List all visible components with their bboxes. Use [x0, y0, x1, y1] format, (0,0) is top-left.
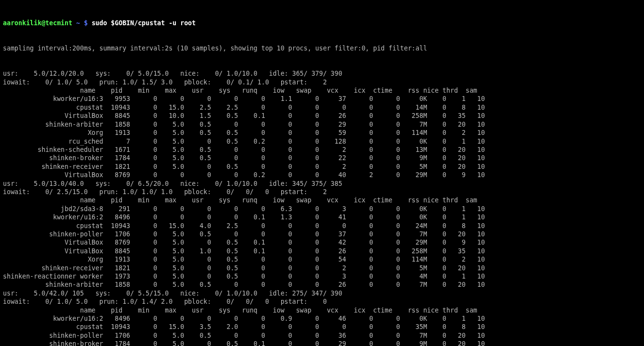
process-row: kworker/u16:2 8496 0 0 0 0 0 0.9 0 46 0 …	[3, 314, 641, 323]
process-row: kworker/u16:2 8496 0 0 0 0 0.1 1.3 0 41 …	[3, 213, 641, 221]
process-row: VirtualBox 8769 0 5.0 0 0.5 0.1 0 0 42 0…	[3, 238, 641, 247]
prompt-user-host: aaronkilik@tecmint	[3, 19, 72, 27]
sampling-info-line: sampling interval:200ms, summary interva…	[3, 44, 641, 52]
process-row: VirtualBox 8845 0 5.0 1.0 0.5 0.1 0 0 26…	[3, 247, 641, 255]
process-row: shinken-reactionner worker 1973 0 5.0 0 …	[3, 272, 641, 280]
process-row: VirtualBox 8769 0 0 0 0 0.2 0 0 40 2 0 2…	[3, 171, 641, 179]
process-row: shinken-broker 1784 0 5.0 0 0.5 0.1 0 0 …	[3, 340, 641, 346]
process-row: shinken-poller 1706 0 5.0 0.5 0 0 0 0 37…	[3, 230, 641, 238]
process-row: kworker/u16:3 9953 0 0 0 0 0 1.1 0 37 0 …	[3, 95, 641, 103]
process-row: VirtualBox 8845 0 10.0 1.5 0.5 0.1 0 0 2…	[3, 112, 641, 120]
cpustat-blocks: usr: 5.0/12.0/20.0 sys: 0/ 5.0/15.0 nice…	[3, 69, 641, 346]
prompt-sep: ~ $	[72, 19, 92, 27]
column-header: name pid min max usr sys runq iow swap v…	[3, 86, 641, 95]
process-row: cpustat 10943 0 15.0 4.0 2.5 0 0 0 0 0 0…	[3, 222, 641, 230]
process-row: shinken-scheduler 1671 0 5.0 0.5 0 0 0 0…	[3, 146, 641, 154]
process-row: shinken-broker 1784 0 5.0 0.5 0 0 0 0 22…	[3, 154, 641, 162]
prompt-command: sudo $GOBIN/cpustat -u root	[92, 19, 196, 27]
summary-line: iowait: 0/ 1.0/ 5.0 prun: 1.0/ 1.4/ 2.0 …	[3, 297, 641, 306]
process-row: cpustat 10943 0 15.0 3.5 2.0 0 0 0 0 0 0…	[3, 323, 641, 331]
summary-line: usr: 5.0/13.0/40.0 sys: 0/ 6.5/20.0 nice…	[3, 180, 641, 188]
process-row: shinken-arbiter 1858 0 5.0 0.5 0 0 0 0 2…	[3, 280, 641, 289]
prompt-line[interactable]: aaronkilik@tecmint ~ $ sudo $GOBIN/cpust…	[3, 19, 641, 27]
process-row: shinken-poller 1706 0 5.0 0.5 0 0 0 0 36…	[3, 331, 641, 340]
process-row: Xorg 1913 0 5.0 0 0.5 0 0 0 54 0 0 114M …	[3, 255, 641, 264]
summary-line: usr: 5.0/42.0/ 105 sys: 0/ 5.5/15.0 nice…	[3, 289, 641, 297]
summary-line: usr: 5.0/12.0/20.0 sys: 0/ 5.0/15.0 nice…	[3, 69, 641, 78]
column-header: name pid min max usr sys runq iow swap v…	[3, 196, 641, 204]
process-row: Xorg 1913 0 5.0 0.5 0.5 0 0 0 59 0 0 114…	[3, 129, 641, 137]
process-row: shinken-receiver 1821 0 5.0 0 0.5 0 0 0 …	[3, 163, 641, 171]
process-row: rcu_sched 7 0 5.0 0 0.5 0.2 0 0 128 0 0 …	[3, 137, 641, 146]
process-row: shinken-arbiter 1858 0 5.0 0.5 0 0 0 0 2…	[3, 120, 641, 129]
process-row: jbd2/sda3-8 291 0 0 0 0 0 6.3 0 3 0 0 0K…	[3, 205, 641, 213]
summary-line: iowait: 0/ 2.5/15.0 prun: 1.0/ 1.0/ 1.0 …	[3, 188, 641, 196]
process-row: shinken-receiver 1821 0 5.0 0 0.5 0 0 0 …	[3, 264, 641, 272]
process-row: cpustat 10943 0 15.0 2.5 2.5 0 0 0 0 0 0…	[3, 103, 641, 112]
summary-line: iowait: 0/ 1.0/ 5.0 prun: 1.0/ 1.5/ 3.0 …	[3, 78, 641, 86]
column-header: name pid min max usr sys runq iow swap v…	[3, 306, 641, 314]
terminal-output: aaronkilik@tecmint ~ $ sudo $GOBIN/cpust…	[0, 0, 644, 346]
